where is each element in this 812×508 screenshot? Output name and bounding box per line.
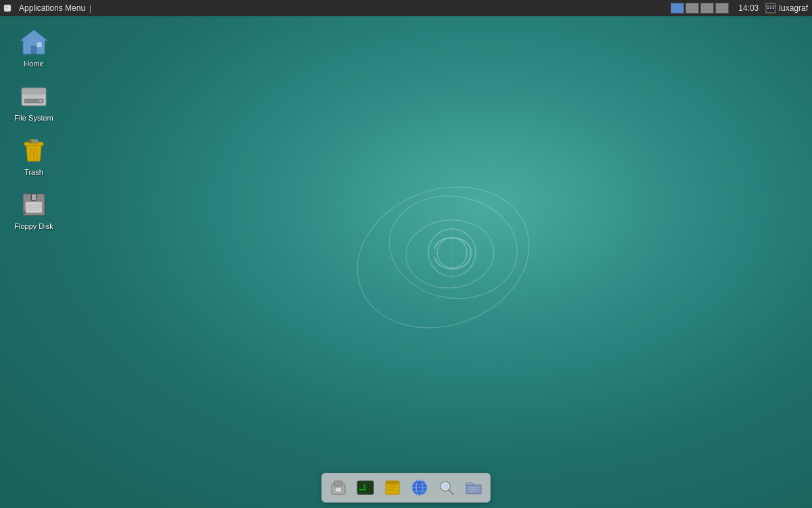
desktop: Applications Menu | 14:03 luxagraf bbox=[0, 0, 812, 508]
taskbar-browser-button[interactable] bbox=[407, 475, 432, 500]
taskbar-filemanager-button[interactable] bbox=[461, 475, 486, 500]
desktop-icon-floppy[interactable]: Floppy Disk bbox=[7, 186, 61, 233]
svg-point-2 bbox=[5, 7, 7, 8]
apps-menu-label: Applications Menu bbox=[19, 3, 85, 13]
taskbar: _$ bbox=[321, 473, 491, 503]
svg-rect-39 bbox=[334, 481, 342, 486]
panel-right: 14:03 luxagraf bbox=[671, 3, 812, 14]
svg-rect-17 bbox=[37, 42, 42, 47]
taskbar-notes-button[interactable] bbox=[380, 475, 405, 500]
svg-rect-40 bbox=[336, 488, 341, 492]
top-panel: Applications Menu | 14:03 luxagraf bbox=[0, 0, 812, 16]
panel-username: luxagraf bbox=[779, 3, 808, 13]
svg-point-8 bbox=[338, 164, 549, 352]
workspace-4[interactable] bbox=[715, 3, 729, 14]
svg-rect-6 bbox=[770, 7, 771, 9]
svg-rect-28 bbox=[28, 140, 32, 143]
workspace-2[interactable] bbox=[685, 3, 699, 14]
taskbar-terminal-button[interactable]: _$ bbox=[353, 475, 378, 500]
taskbar-removable-button[interactable] bbox=[326, 475, 351, 500]
home-icon-img bbox=[18, 26, 50, 58]
desktop-icon-trash[interactable]: Trash bbox=[7, 131, 61, 179]
svg-rect-21 bbox=[39, 100, 42, 102]
desktop-icons: Home File System bbox=[7, 23, 61, 233]
svg-line-56 bbox=[449, 490, 453, 494]
panel-left: Applications Menu | bbox=[0, 3, 95, 13]
filesystem-icon-label: File System bbox=[14, 114, 53, 122]
debian-swirl bbox=[338, 146, 555, 362]
svg-rect-19 bbox=[22, 88, 46, 93]
apps-menu-button[interactable]: Applications Menu | bbox=[15, 3, 95, 13]
floppy-icon-img bbox=[18, 188, 50, 221]
svg-point-10 bbox=[403, 217, 497, 292]
home-icon-label: Home bbox=[24, 60, 43, 68]
trash-icon-label: Trash bbox=[24, 168, 43, 176]
desktop-icon-home[interactable]: Home bbox=[7, 23, 61, 70]
trash-icon-img bbox=[18, 134, 50, 167]
svg-point-57 bbox=[443, 484, 448, 489]
svg-rect-43 bbox=[359, 489, 366, 490]
svg-text:_$: _$ bbox=[359, 484, 366, 490]
svg-rect-7 bbox=[773, 7, 774, 9]
filesystem-icon-img bbox=[18, 80, 50, 112]
svg-rect-48 bbox=[386, 481, 399, 484]
floppy-icon-label: Floppy Disk bbox=[14, 222, 53, 230]
apps-menu-separator: | bbox=[89, 3, 91, 13]
workspace-3[interactable] bbox=[700, 3, 714, 14]
svg-rect-37 bbox=[23, 211, 26, 214]
workspace-1[interactable] bbox=[671, 3, 684, 14]
network-icon bbox=[765, 3, 776, 14]
svg-point-9 bbox=[381, 186, 525, 309]
svg-rect-29 bbox=[34, 140, 37, 143]
desktop-icon-filesystem[interactable]: File System bbox=[7, 77, 61, 125]
taskbar-search-button[interactable] bbox=[434, 475, 459, 500]
svg-rect-16 bbox=[31, 46, 37, 54]
panel-clock: 14:03 bbox=[738, 3, 759, 13]
workspace-switcher bbox=[671, 3, 729, 14]
svg-rect-33 bbox=[32, 194, 36, 200]
mouse-icon bbox=[3, 3, 12, 13]
svg-rect-5 bbox=[767, 7, 769, 9]
